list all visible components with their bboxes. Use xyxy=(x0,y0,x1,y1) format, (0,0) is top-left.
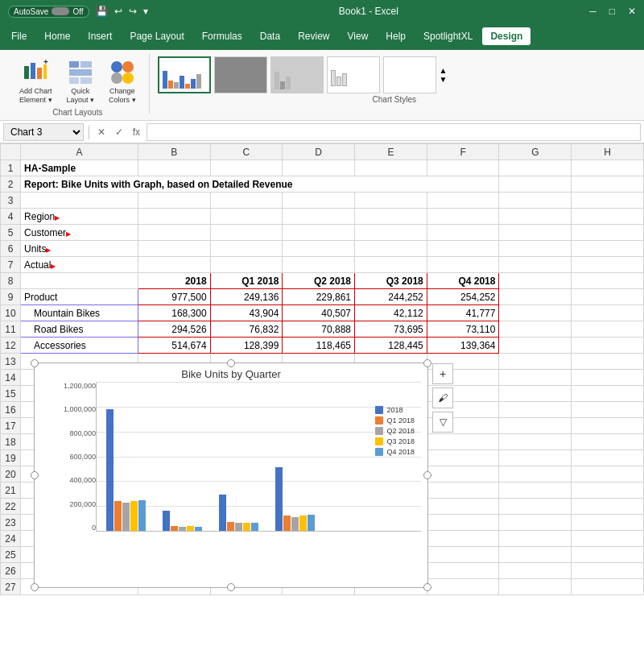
cell-h1[interactable] xyxy=(572,160,644,176)
chart-handle-tl[interactable] xyxy=(31,359,39,367)
chart-style-2[interactable] xyxy=(214,56,267,93)
cell-d10[interactable]: 40,507 xyxy=(283,305,355,321)
menu-help[interactable]: Help xyxy=(378,27,414,45)
cell-e4[interactable] xyxy=(355,209,427,225)
menu-insert[interactable]: Insert xyxy=(80,27,120,45)
cell-a6[interactable]: Units▶ xyxy=(21,241,138,257)
chart-handle-bl[interactable] xyxy=(31,583,39,591)
cell-b4[interactable] xyxy=(138,209,210,225)
cell-e1[interactable] xyxy=(355,160,427,176)
menu-file[interactable]: File xyxy=(3,27,35,45)
cell-h4[interactable] xyxy=(572,209,644,225)
cell-f9[interactable]: 254,252 xyxy=(427,289,499,305)
chart-filter-btn[interactable]: ▽ xyxy=(432,412,453,433)
minimize-btn[interactable]: ─ xyxy=(589,6,597,17)
cell-h7[interactable] xyxy=(572,257,644,273)
cell-h5[interactable] xyxy=(572,225,644,241)
cell-d1[interactable] xyxy=(283,160,355,176)
cell-f6[interactable] xyxy=(427,241,499,257)
cell-f7[interactable] xyxy=(427,257,499,273)
cell-c9[interactable]: 249,136 xyxy=(210,289,283,305)
cell-g6[interactable] xyxy=(499,241,572,257)
chart-handle-br[interactable] xyxy=(423,583,431,591)
cell-f10[interactable]: 41,777 xyxy=(427,305,499,321)
change-colors-button[interactable]: ChangeColors ▾ xyxy=(104,56,141,108)
cell-b1[interactable] xyxy=(138,160,210,176)
chart-handle-tm[interactable] xyxy=(227,359,235,367)
add-chart-element-button[interactable]: + Add ChartElement ▾ xyxy=(14,56,57,108)
cell-d7[interactable] xyxy=(283,257,355,273)
cell-g9[interactable] xyxy=(499,289,572,305)
chart-style-4[interactable] xyxy=(327,56,380,93)
cell-e9[interactable]: 244,252 xyxy=(355,289,427,305)
col-header-h[interactable]: H xyxy=(572,144,644,160)
col-header-a[interactable]: A xyxy=(21,144,138,160)
col-header-c[interactable]: C xyxy=(210,144,283,160)
cell-e5[interactable] xyxy=(355,225,427,241)
cell-g12[interactable] xyxy=(499,338,572,354)
menu-view[interactable]: View xyxy=(340,27,377,45)
redo-icon[interactable]: ↪ xyxy=(129,6,137,17)
cell-d9[interactable]: 229,861 xyxy=(283,289,355,305)
cell-a9[interactable]: Product xyxy=(21,289,138,305)
col-header-f[interactable]: F xyxy=(427,144,499,160)
cell-a3[interactable] xyxy=(21,193,138,209)
confirm-formula-icon[interactable]: ✓ xyxy=(112,126,126,138)
formula-input[interactable] xyxy=(147,123,641,141)
menu-home[interactable]: Home xyxy=(36,27,78,45)
cell-e6[interactable] xyxy=(355,241,427,257)
cell-b8[interactable]: 2018 xyxy=(138,273,210,289)
col-header-d[interactable]: D xyxy=(283,144,355,160)
cell-g2[interactable] xyxy=(499,176,572,193)
cell-h12[interactable] xyxy=(572,338,644,354)
cell-g3[interactable] xyxy=(499,193,572,209)
cell-b5[interactable] xyxy=(138,225,210,241)
chart-add-element-btn[interactable]: + xyxy=(432,363,453,384)
cell-g1[interactable] xyxy=(499,160,572,176)
menu-pagelayout[interactable]: Page Layout xyxy=(122,27,192,45)
cell-c7[interactable] xyxy=(210,257,283,273)
cell-a4[interactable]: Region▶ xyxy=(21,209,138,225)
cell-g5[interactable] xyxy=(499,225,572,241)
chart-handle-tr[interactable] xyxy=(423,359,431,367)
cell-b9[interactable]: 977,500 xyxy=(138,289,210,305)
col-header-e[interactable]: E xyxy=(355,144,427,160)
cell-e11[interactable]: 73,695 xyxy=(355,321,427,338)
chart-container[interactable]: Bike Units by Quarter 1,200,000 1,000,00… xyxy=(34,362,428,588)
name-box[interactable]: Chart 3 xyxy=(3,123,84,141)
cell-b3[interactable] xyxy=(138,193,210,209)
menu-review[interactable]: Review xyxy=(290,27,337,45)
cell-f8[interactable]: Q4 2018 xyxy=(427,273,499,289)
cell-c5[interactable] xyxy=(210,225,283,241)
chart-handle-bm[interactable] xyxy=(227,583,235,591)
scroll-up-icon[interactable]: ▲ xyxy=(440,66,448,75)
cell-f1[interactable] xyxy=(427,160,499,176)
cell-c4[interactable] xyxy=(210,209,283,225)
undo-icon[interactable]: ↩ xyxy=(114,6,122,17)
cell-a5[interactable]: Customer▶ xyxy=(21,225,138,241)
menu-spotlightxl[interactable]: SpotlightXL xyxy=(415,27,481,45)
cell-e10[interactable]: 42,112 xyxy=(355,305,427,321)
cell-h8[interactable] xyxy=(572,273,644,289)
cell-b11[interactable]: 294,526 xyxy=(138,321,210,338)
cell-c12[interactable]: 128,399 xyxy=(210,338,283,354)
cancel-formula-icon[interactable]: ✕ xyxy=(94,126,109,138)
quick-layout-button[interactable]: QuickLayout ▾ xyxy=(62,56,100,108)
chart-style-1[interactable] xyxy=(158,56,211,93)
cell-e7[interactable] xyxy=(355,257,427,273)
menu-design[interactable]: Design xyxy=(482,27,530,45)
cell-d5[interactable] xyxy=(283,225,355,241)
cell-h10[interactable] xyxy=(572,305,644,321)
cell-a10[interactable]: Mountain Bikes xyxy=(21,305,138,321)
cell-c8[interactable]: Q1 2018 xyxy=(210,273,283,289)
cell-h3[interactable] xyxy=(572,193,644,209)
cell-f5[interactable] xyxy=(427,225,499,241)
cell-c3[interactable] xyxy=(210,193,283,209)
cell-a8[interactable] xyxy=(21,273,138,289)
cell-c6[interactable] xyxy=(210,241,283,257)
save-icon[interactable]: 💾 xyxy=(96,6,108,17)
col-header-g[interactable]: G xyxy=(499,144,572,160)
cell-f4[interactable] xyxy=(427,209,499,225)
cell-f11[interactable]: 73,110 xyxy=(427,321,499,338)
cell-h9[interactable] xyxy=(572,289,644,305)
